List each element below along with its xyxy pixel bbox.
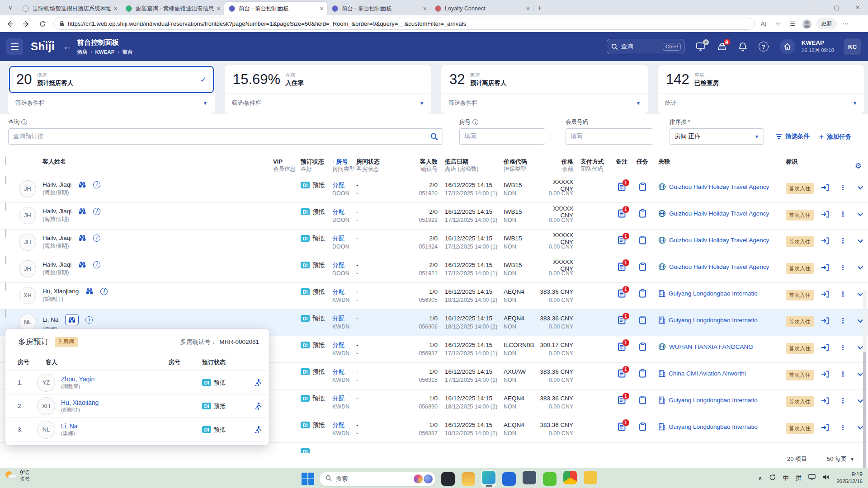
walk-in-check-in-icon[interactable] bbox=[254, 402, 262, 410]
assign-room-link[interactable]: 分配 bbox=[332, 341, 356, 349]
back-arrow-icon[interactable]: ← bbox=[63, 42, 71, 52]
tray-expand-chevron-icon[interactable]: ∧ bbox=[758, 474, 763, 482]
tab-close-icon[interactable]: × bbox=[423, 5, 427, 12]
column-notes[interactable]: 备注 bbox=[616, 157, 627, 165]
browser-tab[interactable]: 前台 - 前台控制面板 × bbox=[327, 2, 430, 15]
vertical-scrollbar[interactable] bbox=[863, 290, 867, 488]
property-info[interactable]: KWEAP 16 12月 09:18 bbox=[802, 39, 834, 53]
row-menu-kebab-icon[interactable]: ⋮ bbox=[840, 290, 846, 298]
guest-name[interactable]: Hailv, Jiaqi bbox=[42, 235, 71, 241]
assign-room-link[interactable]: 分配 bbox=[332, 367, 356, 376]
check-in-icon[interactable] bbox=[821, 344, 829, 351]
taskbar-app[interactable] bbox=[583, 470, 598, 487]
check-in-icon[interactable] bbox=[821, 397, 829, 404]
column-tasks[interactable]: 任务 bbox=[637, 157, 648, 165]
menu-hamburger-button[interactable] bbox=[6, 38, 23, 55]
stat-card-top[interactable]: 20 抵店 预计抵店客人 ✓ bbox=[9, 66, 214, 93]
tab-close-icon[interactable]: × bbox=[217, 5, 221, 12]
linked-company-link[interactable]: Guiyang Longdongbao Internatio bbox=[669, 423, 758, 430]
browser-profile-avatar[interactable] bbox=[801, 18, 813, 30]
taskbar-app[interactable] bbox=[481, 470, 496, 487]
notes-button[interactable]: 1 bbox=[618, 263, 626, 282]
guest-name-link[interactable]: Li, Na bbox=[61, 422, 78, 430]
browser-menu-icon[interactable]: ⋯ bbox=[840, 18, 851, 30]
check-in-icon[interactable] bbox=[821, 237, 829, 244]
reservation-row[interactable]: JH Hailv, Jiaqi i (海旅假期) DI预抵 bbox=[0, 203, 868, 230]
task-clipboard-button[interactable] bbox=[639, 369, 646, 389]
row-menu-kebab-icon[interactable]: ⋮ bbox=[840, 183, 846, 192]
linked-company-link[interactable]: Guizhou Hailv Holiday Travel Agency bbox=[669, 183, 769, 190]
tab-close-icon[interactable]: × bbox=[114, 5, 118, 12]
row-checkbox[interactable] bbox=[5, 202, 6, 211]
assign-room-link[interactable]: 分配 bbox=[332, 394, 356, 403]
stat-filter-dropdown[interactable]: 筛选条件栏 ▼ bbox=[225, 94, 431, 112]
guest-name-link[interactable]: Zhou, Yaqin bbox=[61, 375, 94, 383]
assign-room-link[interactable]: 分配 bbox=[332, 261, 356, 269]
row-checkbox[interactable] bbox=[5, 176, 6, 184]
popup-guest-row[interactable]: 1. YZ Zhou, Yaqin (周雅琴) DI预抵 bbox=[5, 371, 269, 394]
tab-close-icon[interactable]: × bbox=[320, 5, 324, 12]
row-checkbox[interactable] bbox=[5, 309, 6, 318]
taskbar-app[interactable] bbox=[461, 472, 476, 486]
guest-name[interactable]: Hailv, Jiaqi bbox=[42, 181, 71, 188]
taskbar-app[interactable] bbox=[562, 470, 578, 487]
stat-filter-dropdown[interactable]: 筛选条件栏 ▼ bbox=[441, 94, 648, 112]
guest-lookup-button[interactable] bbox=[78, 234, 86, 242]
walk-in-check-in-icon[interactable] bbox=[254, 426, 262, 434]
row-menu-kebab-icon[interactable]: ⋮ bbox=[840, 370, 846, 378]
linked-company-link[interactable]: WUHAN TIANXIA FANGCANG bbox=[669, 343, 753, 350]
linked-company-link[interactable]: Guiyang Longdongbao Internatio bbox=[669, 290, 758, 297]
task-clipboard-button[interactable] bbox=[639, 422, 646, 442]
taskbar-app[interactable] bbox=[522, 470, 537, 487]
notifications-bell-icon[interactable] bbox=[738, 42, 747, 52]
assign-room-link[interactable]: 分配 bbox=[332, 234, 356, 243]
assign-room-link[interactable]: 分配 bbox=[332, 181, 356, 189]
taskbar-search-input[interactable]: 搜索 bbox=[320, 472, 435, 486]
info-icon[interactable]: i bbox=[93, 208, 100, 215]
add-task-button[interactable]: + 添加任务 bbox=[819, 132, 851, 141]
task-clipboard-button[interactable] bbox=[639, 316, 646, 336]
filter-conditions-button[interactable]: 筛选条件 bbox=[776, 132, 810, 141]
linked-company-link[interactable]: Guiyang Longdongbao Internatio bbox=[669, 317, 758, 324]
row-menu-kebab-icon[interactable]: ⋮ bbox=[840, 263, 846, 272]
row-checkbox[interactable] bbox=[5, 256, 6, 264]
guest-lookup-button[interactable] bbox=[78, 181, 86, 188]
back-icon[interactable] bbox=[4, 18, 16, 30]
guest-name[interactable]: Li, Na bbox=[42, 316, 58, 323]
check-in-icon[interactable] bbox=[821, 317, 829, 324]
stat-filter-dropdown[interactable]: 筛选条件栏 ▼ bbox=[8, 94, 215, 112]
room-number-input[interactable]: 填写 bbox=[459, 128, 545, 145]
guest-name-link[interactable]: Hu, Xiaojiang bbox=[61, 399, 99, 406]
new-tab-button[interactable]: + bbox=[533, 2, 546, 14]
popup-guest-row[interactable]: 2. XH Hu, Xiaojiang (胡晓江) DI预抵 bbox=[5, 394, 269, 418]
breadcrumb-item[interactable]: KWEAP bbox=[95, 49, 115, 55]
expand-chevron-icon[interactable] bbox=[857, 266, 863, 270]
task-clipboard-button[interactable] bbox=[639, 183, 646, 202]
check-in-icon[interactable] bbox=[821, 184, 829, 191]
window-close-button[interactable]: × bbox=[847, 0, 868, 14]
assign-room-link[interactable]: 分配 bbox=[332, 421, 356, 429]
column-links[interactable]: 关联 bbox=[658, 157, 786, 165]
column-room-state[interactable]: 房间状态 bbox=[356, 157, 383, 165]
check-in-icon[interactable] bbox=[821, 291, 829, 298]
ime-mode-button[interactable]: 拼 bbox=[796, 474, 802, 482]
weather-widget[interactable]: 9°C 多云 bbox=[5, 469, 30, 482]
member-number-input[interactable]: 填写 bbox=[566, 128, 653, 145]
reservation-row[interactable]: JH Hailv, Jiaqi i (海旅假期) DI预抵 bbox=[0, 256, 868, 283]
stat-card-top[interactable]: 15.69% 在店 入住率 bbox=[226, 66, 430, 93]
check-in-icon[interactable] bbox=[821, 211, 829, 218]
window-maximize-button[interactable]: ▢ bbox=[826, 0, 847, 14]
notes-button[interactable]: 1 bbox=[618, 236, 626, 256]
assign-room-link[interactable]: 分配 bbox=[332, 287, 356, 296]
column-tags[interactable]: 标识 bbox=[786, 157, 821, 165]
column-payment[interactable]: 支付方式 bbox=[580, 157, 610, 165]
row-menu-kebab-icon[interactable]: ⋮ bbox=[840, 397, 846, 405]
tab-close-icon[interactable]: × bbox=[526, 5, 530, 12]
breadcrumb-item[interactable]: 前台 bbox=[123, 49, 133, 56]
select-all-checkbox[interactable] bbox=[5, 156, 6, 165]
linked-company-link[interactable]: Guizhou Hailv Holiday Travel Agency bbox=[669, 237, 769, 244]
workstation-offline-icon[interactable]: ✕ bbox=[696, 42, 706, 51]
user-avatar[interactable]: KC bbox=[844, 38, 861, 55]
notes-button[interactable]: 1 bbox=[618, 396, 626, 416]
cashier-locked-icon[interactable] bbox=[717, 42, 727, 51]
